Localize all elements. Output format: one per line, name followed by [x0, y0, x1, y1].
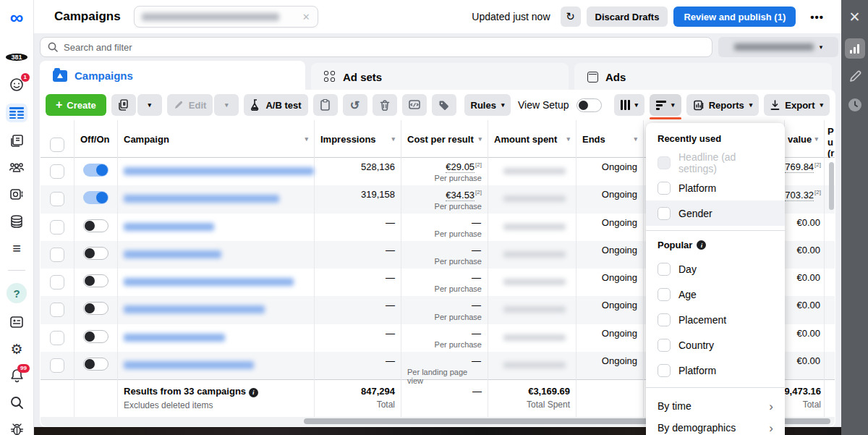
- row-checkbox[interactable]: [41, 158, 75, 185]
- tab-ads[interactable]: Ads: [574, 63, 832, 90]
- ab-test-button[interactable]: A/B test: [244, 94, 307, 116]
- column-header-cost-per-result[interactable]: Cost per result▾: [401, 120, 488, 158]
- campaign-name-redacted[interactable]: [118, 158, 315, 185]
- duplicate-button[interactable]: [111, 94, 136, 116]
- menu-item-placement[interactable]: Placement: [646, 307, 785, 332]
- campaign-name-redacted[interactable]: [118, 269, 315, 296]
- campaign-toggle[interactable]: [75, 158, 118, 185]
- clear-account-icon[interactable]: ✕: [302, 12, 310, 22]
- breakdown-button[interactable]: ▾: [650, 94, 681, 116]
- campaign-toggle[interactable]: [75, 185, 118, 213]
- column-header-value[interactable]: value▾: [785, 120, 825, 158]
- menu-item-country[interactable]: Country: [646, 332, 785, 358]
- search-input[interactable]: [64, 42, 705, 53]
- column-header-ends[interactable]: Ends▾: [576, 120, 644, 158]
- ends-cell: Ongoing: [576, 214, 644, 241]
- caret-down-icon: ▾: [820, 102, 823, 109]
- row-checkbox[interactable]: [41, 296, 75, 324]
- history-clock-icon[interactable]: [848, 98, 862, 115]
- rules-button[interactable]: Rules ▾: [464, 94, 511, 116]
- edit-pencil-icon[interactable]: [848, 70, 861, 86]
- rules-label: Rules: [471, 100, 496, 111]
- refresh-button[interactable]: ↻: [561, 7, 581, 27]
- info-icon[interactable]: i: [249, 388, 258, 397]
- total-value: 9,473.16: [784, 386, 821, 397]
- close-icon[interactable]: ✕: [849, 10, 861, 24]
- view-setup-toggle[interactable]: [576, 98, 602, 112]
- row-checkbox[interactable]: [41, 214, 75, 241]
- column-header-amount-spent[interactable]: Amount spent▾: [488, 120, 576, 158]
- menu-item-platform-popular[interactable]: Platform: [646, 358, 785, 383]
- bug-report-icon[interactable]: [9, 421, 25, 435]
- account-avatar[interactable]: 381: [6, 54, 27, 61]
- campaign-toggle[interactable]: [75, 241, 118, 269]
- campaign-name-redacted[interactable]: [118, 324, 315, 352]
- updates-icon[interactable]: [9, 314, 25, 330]
- campaign-name-redacted[interactable]: [118, 296, 315, 324]
- delete-button[interactable]: [373, 94, 397, 116]
- sidebar-item-pages-icon[interactable]: [9, 133, 25, 149]
- alerts-bell-icon[interactable]: 99: [9, 368, 25, 384]
- tab-ad-sets[interactable]: Ad sets: [311, 63, 569, 90]
- campaign-toggle[interactable]: [75, 324, 118, 352]
- column-header-campaign[interactable]: Campaign▾: [118, 120, 315, 158]
- create-button[interactable]: + Create: [46, 94, 106, 116]
- campaign-name-redacted[interactable]: [118, 185, 315, 213]
- campaign-name-redacted[interactable]: [118, 214, 315, 241]
- paste-button[interactable]: [313, 94, 338, 116]
- menu-item-headline[interactable]: Headline (ad settings): [646, 150, 785, 175]
- tab-campaigns[interactable]: Campaigns: [40, 61, 305, 90]
- menu-item-day[interactable]: Day: [646, 256, 785, 282]
- notifications-smiley-icon[interactable]: 1: [9, 77, 25, 93]
- row-checkbox[interactable]: [41, 324, 75, 352]
- search-filter-bar[interactable]: [40, 37, 712, 57]
- edit-label: Edit: [189, 100, 207, 111]
- campaign-name-redacted[interactable]: [118, 241, 315, 269]
- export-button[interactable]: Export ▾: [764, 94, 830, 116]
- more-options-button[interactable]: •••: [801, 7, 833, 27]
- undo-button[interactable]: ↺: [343, 94, 367, 116]
- account-selector[interactable]: ✕: [134, 6, 318, 28]
- duplicate-more-button[interactable]: ▾: [137, 94, 162, 116]
- value-cell: €0.00: [785, 324, 825, 352]
- columns-button[interactable]: ▾: [614, 94, 645, 116]
- menu-link-by-demographics[interactable]: By demographics›: [646, 417, 785, 435]
- tag-button[interactable]: [432, 94, 456, 116]
- edit-more-button[interactable]: ▾: [214, 94, 239, 116]
- campaign-toggle[interactable]: [75, 269, 118, 296]
- menu-link-by-time[interactable]: By time›: [646, 395, 785, 417]
- sidebar-item-account-icon[interactable]: [9, 187, 25, 203]
- sidebar-item-audiences-icon[interactable]: [9, 160, 25, 176]
- campaign-toggle[interactable]: [75, 214, 118, 241]
- swap-arrows-button[interactable]: [402, 94, 427, 116]
- checkbox-icon: [658, 288, 671, 301]
- caret-down-icon: ▾: [225, 102, 229, 109]
- amount-spent-redacted: [488, 158, 576, 185]
- row-checkbox[interactable]: [41, 241, 75, 269]
- vertical-scrollbar[interactable]: [829, 162, 834, 210]
- menu-item-platform-recent[interactable]: Platform: [646, 175, 785, 200]
- menu-item-gender[interactable]: Gender: [646, 200, 785, 226]
- sidebar-item-ads-manager[interactable]: [6, 104, 27, 122]
- discard-drafts-button[interactable]: Discard Drafts: [587, 7, 668, 27]
- select-all-checkbox[interactable]: [41, 120, 75, 158]
- row-checkbox[interactable]: [41, 185, 75, 213]
- settings-gear-icon[interactable]: ⚙: [9, 341, 25, 357]
- sidebar-item-billing-icon[interactable]: [9, 214, 25, 229]
- amount-spent-redacted: [488, 241, 576, 269]
- column-header-off-on[interactable]: Off/On: [75, 120, 118, 158]
- column-header-purchase-roas[interactable]: Pu (re sp: [825, 120, 835, 158]
- help-icon[interactable]: ?: [7, 283, 27, 303]
- date-range-selector[interactable]: ▾: [718, 37, 838, 57]
- column-header-impressions[interactable]: Impressions▾: [315, 120, 401, 158]
- edit-button[interactable]: Edit: [167, 94, 213, 116]
- sidebar-search-icon[interactable]: [9, 394, 25, 410]
- all-tools-menu-icon[interactable]: ≡: [9, 240, 25, 256]
- reports-button[interactable]: Reports ▾: [686, 94, 760, 116]
- insights-chart-icon[interactable]: [845, 38, 865, 59]
- menu-item-age[interactable]: Age: [646, 282, 785, 307]
- row-checkbox[interactable]: [41, 269, 75, 296]
- review-publish-button[interactable]: Review and publish (1): [673, 7, 796, 27]
- info-icon[interactable]: i: [697, 240, 706, 250]
- campaign-toggle[interactable]: [75, 296, 118, 324]
